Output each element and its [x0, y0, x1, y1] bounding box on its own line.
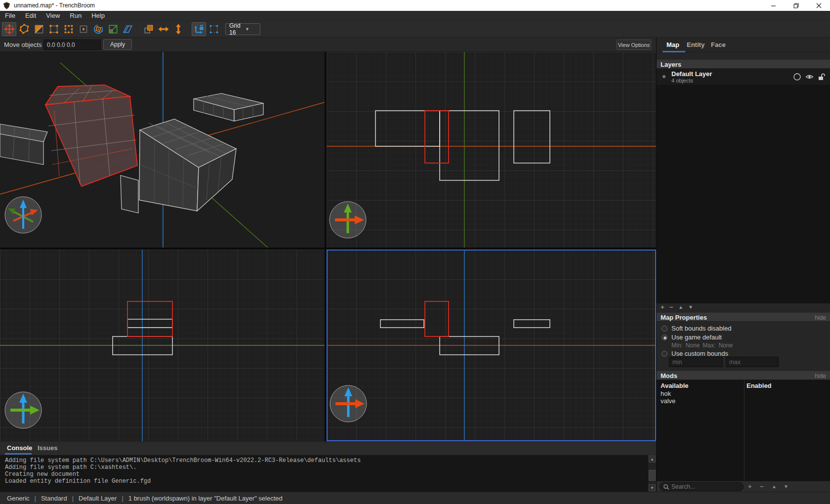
- face-tool-icon: [78, 24, 89, 35]
- radio-icon[interactable]: [662, 326, 667, 332]
- close-button[interactable]: [807, 0, 830, 11]
- 2d-viewport-xy[interactable]: [327, 52, 656, 248]
- menu-help[interactable]: Help: [86, 11, 110, 21]
- shear-tool-icon: [123, 24, 133, 35]
- layer-row-default[interactable]: Default Layer 4 objects: [657, 69, 830, 85]
- 3d-scene: [0, 52, 325, 248]
- vertex-tool-button[interactable]: [46, 22, 61, 36]
- eye-icon[interactable]: [805, 73, 814, 81]
- menu-bar: File Edit View Run Help: [0, 11, 830, 21]
- minimize-button[interactable]: [762, 0, 785, 11]
- max-bounds-field[interactable]: [726, 357, 779, 367]
- vertex-tool-icon: [48, 24, 59, 35]
- bounds-summary: Min:NoneMax:None: [671, 342, 736, 349]
- radio-selected-icon[interactable]: [662, 335, 667, 340]
- use-custom-bounds-option[interactable]: Use custom bounds: [662, 350, 728, 357]
- circle-icon[interactable]: [793, 73, 801, 81]
- available-mod-item[interactable]: valve: [661, 397, 675, 405]
- trenchbroom-window: unnamed.map* - TrenchBroom File Edit Vie…: [0, 0, 830, 504]
- flip-horizontal-tool-button[interactable]: [156, 22, 170, 36]
- move-objects-tool-button[interactable]: [2, 22, 16, 36]
- viewport-grid: [0, 52, 656, 441]
- status-game-name: Generic: [7, 495, 30, 502]
- grid-size-dropdown[interactable]: Grid 16 ▼: [225, 23, 260, 35]
- 3d-viewport[interactable]: [0, 52, 325, 248]
- unlock-icon[interactable]: [817, 73, 826, 81]
- menu-run[interactable]: Run: [65, 11, 86, 21]
- console-scrollbar[interactable]: ▲ ▼: [648, 455, 656, 492]
- flip-vertical-tool-button[interactable]: [171, 22, 185, 36]
- rotate-tool-button[interactable]: [91, 22, 105, 36]
- layer-active-dot: [663, 75, 665, 78]
- move-objects-input[interactable]: [43, 40, 101, 50]
- min-bounds-field[interactable]: [669, 357, 723, 367]
- mods-search-input[interactable]: [671, 483, 736, 490]
- remove-layer-button[interactable]: −: [669, 303, 673, 311]
- uv-lock-toggle-button[interactable]: [207, 22, 221, 36]
- view-options-button[interactable]: View Options: [617, 40, 651, 50]
- enable-mod-button[interactable]: +: [748, 483, 752, 490]
- scroll-up-icon[interactable]: ▲: [649, 456, 656, 462]
- scale-tool-button[interactable]: [106, 22, 120, 36]
- create-brush-tool-button[interactable]: [17, 22, 31, 36]
- mods-hide-link[interactable]: hide: [815, 373, 826, 379]
- move-layer-up-button[interactable]: ▲: [678, 303, 683, 310]
- radio-icon[interactable]: [662, 351, 667, 357]
- add-layer-button[interactable]: +: [661, 303, 664, 311]
- scroll-down-icon[interactable]: ▼: [649, 484, 656, 491]
- move-objects-bar: Move objects by Apply View Options: [0, 38, 656, 52]
- csg-merge-tool-button[interactable]: [141, 22, 156, 36]
- move-objects-icon: [4, 24, 15, 35]
- console-tab-underline: [5, 453, 32, 455]
- apply-button[interactable]: Apply: [103, 39, 132, 50]
- use-game-default-option[interactable]: Use game default: [662, 334, 722, 341]
- move-mod-down-button[interactable]: ▼: [784, 484, 788, 489]
- move-mod-up-button[interactable]: ▲: [772, 484, 777, 489]
- mods-search-box[interactable]: [660, 482, 744, 491]
- available-mod-item[interactable]: hok: [661, 390, 671, 397]
- close-icon: [816, 3, 822, 8]
- face-tool-button[interactable]: [76, 22, 90, 36]
- texture-lock-toggle-button[interactable]: [192, 22, 206, 36]
- menu-edit[interactable]: Edit: [20, 11, 41, 21]
- move-layer-down-button[interactable]: ▼: [688, 303, 693, 310]
- restore-button[interactable]: [785, 0, 807, 11]
- tab-console[interactable]: Console: [7, 444, 32, 452]
- scrollbar-thumb[interactable]: [649, 470, 656, 481]
- tab-map[interactable]: Map: [666, 41, 679, 48]
- brush-sliver-face[interactable]: [121, 175, 138, 213]
- map-properties-section-header: Map Properties hide: [657, 312, 830, 322]
- console-log-line: Adding file system path C:\xashtest\.: [5, 464, 648, 471]
- chevron-down-icon: ▼: [245, 27, 257, 32]
- menu-view[interactable]: View: [41, 11, 65, 21]
- 2d-viewport-xz[interactable]: [0, 250, 325, 441]
- shear-tool-button[interactable]: [121, 22, 135, 36]
- tab-issues[interactable]: Issues: [38, 444, 57, 452]
- status-map-format: Standard: [41, 495, 67, 502]
- console-panel: Console Issues Adding file system path C…: [0, 442, 656, 492]
- edge-tool-button[interactable]: [61, 22, 76, 36]
- soft-bounds-disabled-option[interactable]: Soft bounds disabled: [662, 325, 731, 332]
- orientation-compass: [330, 202, 366, 238]
- mods-section-header: Mods hide: [657, 371, 830, 380]
- tool-bar: Grid 16 ▼: [0, 21, 830, 38]
- menu-file[interactable]: File: [0, 11, 20, 21]
- window-title: unnamed.map* - TrenchBroom: [14, 2, 95, 9]
- clip-tool-button[interactable]: [32, 22, 46, 36]
- console-tab-bar: Console Issues: [0, 442, 656, 455]
- trenchbroom-logo-icon: [3, 2, 10, 9]
- map-properties-header-label: Map Properties: [661, 314, 707, 321]
- 2d-viewport-yz-active[interactable]: [327, 250, 656, 441]
- 2d-scene-xy: [327, 52, 656, 248]
- console-log-line: Loaded entity definition file Generic.fg…: [5, 478, 648, 485]
- status-bar: Generic | Standard | Default Layer | 1 b…: [0, 492, 830, 504]
- map-properties-hide-link[interactable]: hide: [815, 314, 826, 321]
- mods-column-divider: [744, 380, 745, 481]
- tab-face[interactable]: Face: [711, 41, 726, 48]
- status-selection-message: 1 brush (worldspawn) in layer "Default L…: [128, 495, 283, 502]
- orientation-compass: [5, 197, 42, 233]
- tab-entity[interactable]: Entity: [687, 41, 705, 48]
- minimize-icon: [771, 3, 776, 8]
- inspector-panel: Map Entity Face Layers Default Layer 4 o…: [656, 38, 830, 492]
- disable-mod-button[interactable]: −: [760, 483, 764, 490]
